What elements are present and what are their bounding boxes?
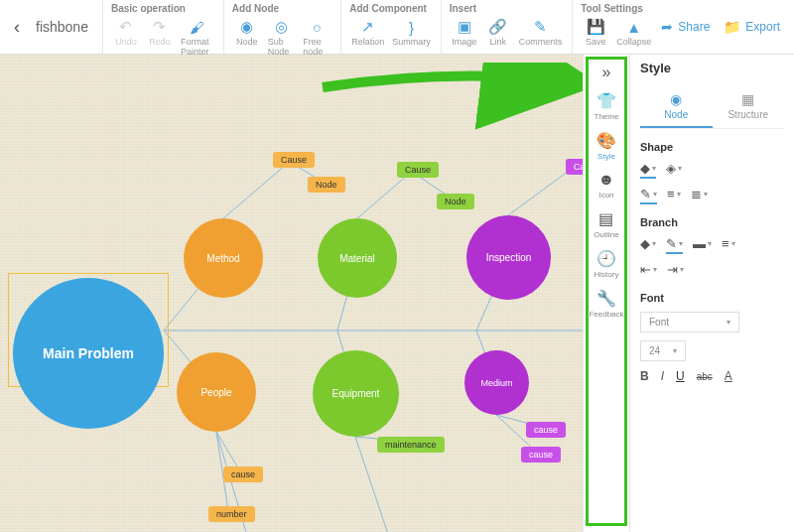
font-family-select[interactable]: Font▾: [640, 312, 739, 332]
tag-cause[interactable]: cause: [521, 447, 561, 463]
redo-label: Redo: [149, 37, 171, 47]
section-font: Font: [640, 292, 784, 304]
comments-label: Comments: [519, 37, 563, 47]
group-label: Insert: [450, 3, 565, 14]
node-people[interactable]: People: [177, 352, 256, 432]
export-label: Export: [745, 20, 780, 34]
comments-icon: ✎: [531, 18, 549, 36]
branch-fill-control[interactable]: ◆▾: [640, 236, 656, 254]
group-label: Basic operation: [111, 3, 215, 14]
link-icon: 🔗: [489, 18, 507, 36]
svg-line-10: [223, 159, 293, 218]
font-color-button[interactable]: A: [725, 369, 732, 383]
format-painter-icon: 🖌: [188, 18, 205, 36]
italic-button[interactable]: I: [661, 369, 664, 383]
tag-cause[interactable]: Cause: [397, 162, 439, 178]
branch-color-control[interactable]: ✎▾: [666, 236, 683, 254]
node-inspection[interactable]: Inspection: [466, 215, 551, 300]
collapse-rail-button[interactable]: »: [602, 59, 611, 86]
font-size-select[interactable]: 24▾: [640, 340, 686, 361]
style-panel: Style ◉Node▦Structure Shape ◆▾ ◈▾ ✎▾ ≡▾ …: [630, 55, 794, 532]
panel-tabs: ◉Node▦Structure: [640, 85, 784, 129]
section-shape: Shape: [640, 141, 784, 153]
tag-cause[interactable]: Ca: [566, 159, 583, 175]
section-branch: Branch: [640, 216, 784, 228]
node-equipment[interactable]: Equipment: [313, 350, 399, 437]
underline-button[interactable]: U: [676, 369, 685, 383]
export-button[interactable]: 📁Export: [724, 19, 780, 35]
rail-theme[interactable]: 👕Theme: [589, 86, 623, 126]
top-toolbar: ‹ fishbone Basic operation↶Undo↷Redo🖌For…: [0, 0, 794, 55]
rail-outline[interactable]: ▤Outline: [589, 204, 623, 244]
indent-left-control[interactable]: ⇤▾: [640, 262, 657, 280]
node-medium[interactable]: Medium: [464, 350, 529, 415]
undo-label: Undo: [115, 37, 137, 47]
back-icon[interactable]: ‹: [14, 17, 20, 38]
tag-node[interactable]: Node: [308, 177, 345, 193]
style-icon: 🎨: [596, 131, 616, 150]
tag-node[interactable]: Node: [437, 194, 474, 209]
tab-structure[interactable]: ▦Structure: [713, 85, 785, 128]
tab-node[interactable]: ◉Node: [640, 85, 713, 128]
rail-icon[interactable]: ☻Icon: [589, 166, 623, 204]
branch-style-control[interactable]: ≡▾: [722, 236, 735, 254]
feedback-label: Feedback: [589, 310, 623, 319]
node-tab-icon: ◉: [640, 91, 713, 107]
subnode-label: Sub Node: [268, 37, 295, 57]
outline-label: Outline: [594, 230, 618, 239]
node-icon: ◉: [238, 18, 256, 36]
relation-icon: ↗: [359, 18, 377, 36]
collapse-icon: ▲: [625, 18, 643, 36]
border-dash-control[interactable]: ≣▾: [691, 187, 708, 204]
save-icon: 💾: [587, 18, 604, 36]
shape-preset-control[interactable]: ◈▾: [666, 161, 682, 179]
format-painter-label: Format Painter: [181, 37, 213, 57]
side-rail: » 👕Theme🎨Style☻Icon▤Outline🕘History🔧Feed…: [583, 55, 630, 532]
tag-maintenance[interactable]: maintenance: [377, 437, 445, 453]
node-main-problem[interactable]: Main Problem: [13, 278, 164, 429]
rail-style[interactable]: 🎨Style: [589, 126, 623, 166]
save-button[interactable]: 💾Save: [581, 16, 610, 49]
history-icon: 🕘: [596, 249, 616, 268]
branch-weight-control[interactable]: ▬▾: [693, 236, 712, 254]
freenode-icon: ○: [308, 18, 326, 36]
group-label: Add Node: [232, 3, 332, 14]
save-label: Save: [586, 37, 606, 47]
back-area: ‹ fishbone: [0, 0, 102, 54]
summary-button[interactable]: }Summary: [390, 16, 433, 49]
rail-history[interactable]: 🕘History: [589, 244, 623, 284]
share-button[interactable]: ➦Share: [661, 19, 710, 35]
share-label: Share: [678, 20, 710, 34]
node-material[interactable]: Material: [318, 218, 397, 298]
link-button[interactable]: 🔗Link: [483, 16, 513, 49]
indent-right-control[interactable]: ⇥▾: [667, 262, 684, 280]
share-export-area: ➦Share 📁Export: [661, 0, 794, 54]
border-weight-control[interactable]: ≡▾: [667, 187, 681, 204]
image-button[interactable]: ▣Image: [450, 16, 479, 49]
rail-feedback[interactable]: 🔧Feedback: [589, 284, 623, 324]
node-button[interactable]: ◉Node: [232, 16, 262, 59]
icon-label: Icon: [598, 191, 613, 200]
subnode-button[interactable]: ◎Sub Node: [266, 16, 297, 59]
style-label: Style: [597, 152, 615, 161]
format-painter-button[interactable]: 🖌Format Painter: [179, 16, 215, 59]
relation-button[interactable]: ↗Relation: [349, 16, 386, 49]
collapse-button[interactable]: ▲Collapse: [614, 16, 653, 49]
node-method[interactable]: Method: [184, 218, 263, 298]
image-label: Image: [452, 37, 476, 47]
diagram-canvas[interactable]: Main Problem Method People Material Equi…: [0, 55, 583, 532]
group-label: Add Component: [349, 3, 433, 14]
tag-cause[interactable]: Cause: [273, 152, 315, 168]
feedback-icon: 🔧: [596, 289, 616, 308]
tag-number[interactable]: number: [208, 506, 255, 522]
strike-button[interactable]: abc: [697, 371, 713, 382]
tag-cause[interactable]: cause: [223, 466, 263, 482]
tag-cause[interactable]: cause: [526, 422, 566, 438]
freenode-button[interactable]: ○Free node: [301, 16, 332, 59]
bold-button[interactable]: B: [640, 369, 649, 383]
annotation-arrow: [318, 63, 583, 142]
shape-fill-control[interactable]: ◆▾: [640, 161, 656, 179]
border-style-control[interactable]: ✎▾: [640, 187, 657, 204]
comments-button[interactable]: ✎Comments: [517, 16, 565, 49]
summary-icon: }: [402, 18, 420, 36]
